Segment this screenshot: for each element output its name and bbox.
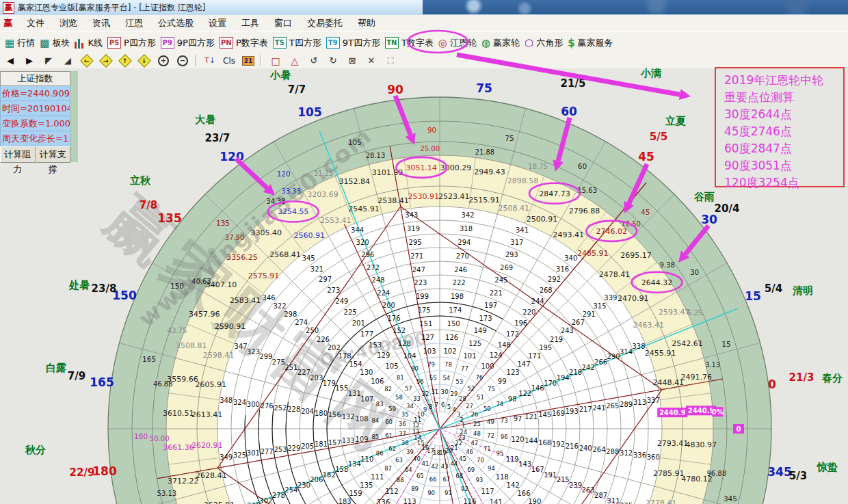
svg-text:65: 65: [416, 473, 424, 479]
svg-text:194: 194: [557, 374, 570, 382]
svg-text:264: 264: [592, 446, 605, 453]
svg-text:3254.55: 3254.55: [278, 207, 309, 216]
svg-text:269: 269: [500, 264, 513, 271]
svg-text:120: 120: [511, 436, 524, 443]
svg-text:3457.96: 3457.96: [189, 310, 220, 319]
svg-text:230: 230: [297, 481, 310, 489]
svg-text:150: 150: [447, 320, 460, 328]
svg-text:6.25: 6.25: [687, 309, 702, 317]
svg-text:89: 89: [411, 486, 419, 492]
svg-text:71: 71: [483, 445, 491, 452]
svg-text:220: 220: [522, 308, 535, 316]
svg-text:74: 74: [496, 401, 503, 408]
svg-text:30: 30: [441, 388, 449, 395]
svg-text:288: 288: [606, 448, 619, 455]
svg-text:立夏: 立夏: [665, 115, 686, 127]
svg-text:294: 294: [458, 239, 471, 246]
annotation-line-0: 2019年江恩轮中轮: [724, 72, 843, 89]
calc-resistance-button[interactable]: 计算阻力: [0, 146, 36, 163]
svg-text:111: 111: [371, 473, 384, 481]
svg-text:21/3: 21/3: [789, 371, 814, 384]
svg-text:33.33: 33.33: [281, 187, 301, 195]
svg-text:201: 201: [352, 319, 365, 327]
svg-text:2493.41: 2493.41: [553, 230, 584, 239]
svg-text:105: 105: [348, 138, 362, 146]
svg-text:85: 85: [371, 434, 379, 440]
svg-text:2568.41: 2568.41: [269, 250, 301, 259]
svg-text:274: 274: [295, 319, 308, 326]
svg-text:118: 118: [496, 473, 509, 481]
svg-text:145: 145: [538, 411, 551, 419]
svg-text:18.75: 18.75: [528, 163, 548, 170]
svg-text:151: 151: [419, 320, 432, 328]
svg-text:91: 91: [445, 490, 452, 496]
svg-text:181: 181: [315, 440, 328, 448]
svg-text:4: 4: [453, 406, 456, 413]
svg-text:198: 198: [451, 293, 464, 300]
svg-text:129: 129: [377, 352, 390, 359]
svg-text:126: 126: [445, 334, 458, 341]
svg-text:289: 289: [620, 401, 633, 408]
svg-text:176: 176: [387, 315, 400, 322]
svg-text:197: 197: [484, 302, 497, 309]
panel-row-2: 变换系数=1.00000: [0, 116, 70, 131]
svg-text:136: 136: [377, 499, 390, 504]
svg-text:2491.76: 2491.76: [681, 373, 713, 382]
svg-text:5: 5: [447, 403, 451, 410]
svg-text:2448.41: 2448.41: [652, 378, 684, 387]
svg-text:28.13: 28.13: [366, 152, 386, 159]
svg-text:谷雨: 谷雨: [693, 191, 715, 203]
svg-text:116: 116: [463, 498, 476, 504]
svg-text:2695.17: 2695.17: [620, 251, 652, 260]
svg-text:296: 296: [361, 251, 374, 258]
svg-text:21.88: 21.88: [475, 148, 495, 156]
svg-text:168: 168: [538, 439, 551, 447]
svg-text:120: 120: [220, 150, 244, 163]
svg-text:29: 29: [451, 390, 458, 397]
svg-text:34.38: 34.38: [266, 198, 286, 205]
svg-text:250: 250: [306, 327, 319, 334]
svg-text:60: 60: [578, 162, 587, 170]
svg-text:61: 61: [385, 432, 393, 439]
svg-text:297: 297: [319, 276, 332, 283]
svg-text:12.50: 12.50: [621, 220, 641, 228]
svg-text:146: 146: [531, 384, 544, 392]
svg-text:102: 102: [443, 347, 456, 355]
svg-text:30: 30: [690, 268, 699, 276]
svg-text:248: 248: [372, 276, 385, 284]
svg-text:2545.91: 2545.91: [348, 204, 380, 213]
svg-text:58: 58: [395, 394, 403, 401]
svg-text:26: 26: [471, 411, 478, 418]
svg-text:254: 254: [284, 486, 297, 494]
svg-text:64: 64: [405, 466, 412, 473]
svg-text:132: 132: [342, 413, 355, 421]
svg-text:205: 205: [301, 442, 314, 450]
svg-text:202: 202: [328, 344, 341, 352]
svg-text:52: 52: [467, 385, 475, 392]
svg-text:63: 63: [395, 457, 403, 464]
svg-text:2593.47: 2593.47: [659, 308, 690, 317]
svg-text:167: 167: [531, 466, 544, 473]
svg-text:75: 75: [476, 81, 492, 95]
svg-text:227: 227: [297, 369, 310, 376]
svg-text:2785.91: 2785.91: [653, 469, 685, 478]
svg-text:278: 278: [272, 492, 285, 499]
calc-support-button[interactable]: 计算支撑: [36, 146, 71, 163]
svg-text:7/8: 7/8: [140, 199, 157, 211]
svg-text:36: 36: [399, 421, 406, 427]
svg-text:292: 292: [548, 276, 561, 283]
svg-text:242: 242: [582, 364, 595, 371]
svg-text:5/4: 5/4: [765, 282, 782, 295]
svg-text:106: 106: [371, 377, 384, 385]
svg-text:319: 319: [407, 225, 420, 233]
svg-text:56: 56: [416, 378, 424, 385]
svg-text:86: 86: [376, 450, 384, 457]
svg-text:276: 276: [261, 402, 274, 410]
svg-text:春分: 春分: [821, 372, 843, 384]
svg-text:84: 84: [371, 417, 379, 424]
svg-text:20/4: 20/4: [715, 202, 740, 215]
svg-text:173: 173: [479, 315, 492, 322]
svg-text:2523.41: 2523.41: [438, 192, 470, 201]
svg-text:112: 112: [385, 488, 398, 495]
svg-text:43.75: 43.75: [168, 327, 187, 334]
